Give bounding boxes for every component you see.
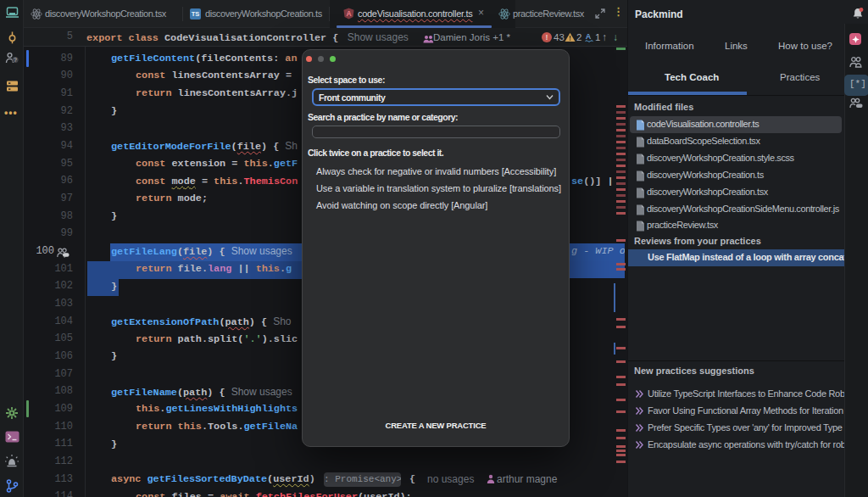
svg-text:A: A <box>346 9 351 18</box>
svg-text:?: ? <box>14 57 17 63</box>
svg-text:A: A <box>586 32 592 41</box>
